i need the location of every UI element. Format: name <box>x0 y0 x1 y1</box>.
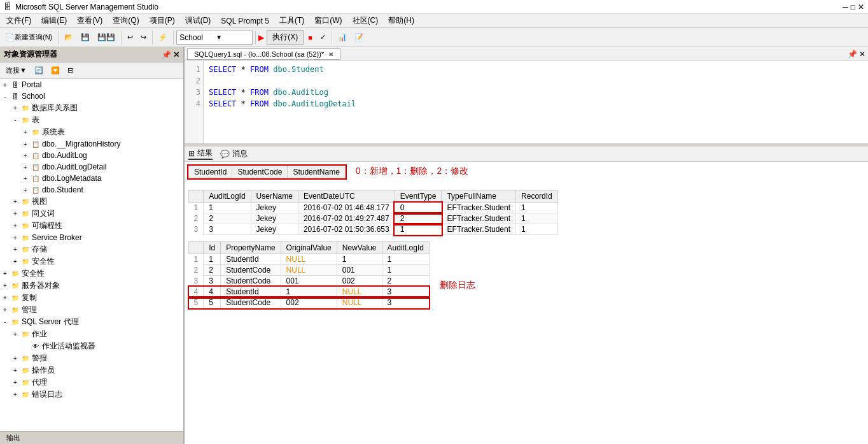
results-tab-message[interactable]: 💬 消息 <box>220 148 248 159</box>
undo-button[interactable]: ↩ <box>124 31 136 43</box>
open-button[interactable]: 📂 <box>61 31 76 43</box>
tree-expand-icon[interactable]: + <box>20 152 31 159</box>
tree-expand-icon[interactable]: + <box>10 391 20 398</box>
query-editor[interactable]: 1 2 3 4 SELECT * FROM dbo.Student SELECT… <box>185 61 868 144</box>
tree-item-replication[interactable]: + 📁 复制 <box>0 292 183 304</box>
col-rn <box>189 242 204 254</box>
tree-node-icon: 👁 <box>31 341 41 352</box>
execute-label: 执行(X) <box>272 32 298 43</box>
tree-expand-icon[interactable]: + <box>10 331 20 338</box>
tree-expand-icon[interactable]: + <box>10 234 20 241</box>
tree-expand-icon[interactable]: + <box>20 141 31 148</box>
tree-item-sqlagent[interactable]: - 📁 SQL Server 代理 <box>0 316 183 328</box>
tree-expand-icon[interactable]: + <box>20 187 31 194</box>
tree-item-jobs[interactable]: + 📁 作业 <box>0 328 183 340</box>
menu-query[interactable]: 查询(Q) <box>108 14 144 27</box>
toolbar-sep-6 <box>332 31 332 45</box>
close-btn[interactable]: ✕ <box>858 3 864 11</box>
tree-expand-icon[interactable]: + <box>0 82 10 89</box>
new-query-button[interactable]: 📄 新建查询(N) <box>3 31 55 44</box>
tree-item-logmeta[interactable]: + 📋 dbo.LogMetadata <box>0 173 183 184</box>
oe-collapse-btn[interactable]: ⊟ <box>64 64 76 76</box>
messages-button[interactable]: 📝 <box>351 31 367 43</box>
tree-expand-icon[interactable]: + <box>10 367 20 374</box>
tree-item-auditlogdetail[interactable]: + 📋 dbo.AuditLogDetail <box>0 161 183 173</box>
save-all-button[interactable]: 💾💾 <box>94 31 118 43</box>
tree-expand-icon[interactable]: + <box>0 294 10 301</box>
tree-item-operators[interactable]: + 📁 操作员 <box>0 364 183 376</box>
toolbar-sep-1 <box>58 31 59 45</box>
editor-line-4: SELECT * FROM dbo.AuditLogDetail <box>209 98 863 110</box>
tree-expand-icon[interactable]: + <box>0 282 10 289</box>
redo-button[interactable]: ↪ <box>137 31 150 43</box>
parse-button[interactable]: ✓ <box>317 31 329 43</box>
tab-close-icon[interactable]: ✕ <box>328 51 333 58</box>
tree-expand-icon[interactable]: + <box>10 104 20 111</box>
oe-connect-btn[interactable]: 连接▼ <box>3 64 30 77</box>
tree-item-student[interactable]: + 📋 dbo.Student <box>0 184 183 196</box>
menu-community[interactable]: 社区(C) <box>347 14 384 27</box>
menu-help[interactable]: 帮助(H) <box>383 14 419 27</box>
tree-expand-icon[interactable]: + <box>10 246 20 253</box>
oe-bottom-panel: 输出 <box>0 431 183 444</box>
execute-button[interactable]: 执行(X) <box>267 30 304 45</box>
oe-refresh-btn[interactable]: 🔄 <box>31 64 46 76</box>
tree-item-servicebroker[interactable]: + 📁 Service Broker <box>0 232 183 243</box>
menu-debug[interactable]: 调试(D) <box>180 14 216 27</box>
tree-item-security[interactable]: + 📁 安全性 <box>0 268 183 280</box>
tree-expand-icon[interactable]: + <box>10 222 20 229</box>
tree-expand-icon[interactable]: - <box>0 93 10 100</box>
tree-expand-icon[interactable]: + <box>10 355 20 362</box>
tree-item-jobmonitor[interactable]: 👁 作业活动监视器 <box>0 340 183 352</box>
tree-item-views[interactable]: + 📁 视图 <box>0 196 183 208</box>
tree-expand-icon[interactable]: - <box>10 117 20 124</box>
oe-tab-output[interactable]: 输出 <box>3 433 24 443</box>
connect-button[interactable]: ⚡ <box>155 31 171 43</box>
menu-view[interactable]: 查看(V) <box>72 14 108 27</box>
tree-expand-icon[interactable]: + <box>20 129 31 136</box>
tree-item-portal[interactable]: + 🗄 Portal <box>0 79 183 90</box>
tree-item-sys-tables[interactable]: + 📁 系统表 <box>0 126 183 138</box>
tree-item-alerts[interactable]: + 📁 警报 <box>0 352 183 364</box>
editor-content[interactable]: SELECT * FROM dbo.Student SELECT * FROM … <box>204 61 868 143</box>
tree-expand-icon[interactable]: - <box>0 319 10 326</box>
menu-window[interactable]: 窗口(W) <box>309 14 347 27</box>
results-button[interactable]: 📊 <box>335 31 350 43</box>
maximize-btn[interactable]: □ <box>851 3 855 11</box>
tree-expand-icon[interactable]: + <box>0 270 10 277</box>
tree-node-icon: 📋 <box>31 162 41 172</box>
tree-item-proxies[interactable]: + 📁 代理 <box>0 376 183 389</box>
tree-item-programmability[interactable]: + 📁 可编程性 <box>0 220 183 232</box>
tree-expand-icon[interactable]: + <box>20 164 31 171</box>
tree-expand-icon[interactable]: + <box>0 306 10 313</box>
menu-edit[interactable]: 编辑(E) <box>36 14 72 27</box>
tree-expand-icon[interactable]: + <box>10 198 20 205</box>
tree-item-migration[interactable]: + 📋 dbo.__MigrationHistory <box>0 138 183 150</box>
tree-item-dbdiagram[interactable]: + 📁 数据库关系图 <box>0 102 183 114</box>
tree-item-management[interactable]: + 📁 管理 <box>0 304 183 316</box>
stop-button[interactable]: ■ <box>305 32 316 43</box>
menu-file[interactable]: 文件(F) <box>1 14 36 27</box>
query-tab-item[interactable]: SQLQuery1.sql - (lo...08.School (sa (52)… <box>187 48 340 60</box>
tree-item-tables[interactable]: - 📁 表 <box>0 114 183 126</box>
tree-expand-icon[interactable]: + <box>20 175 31 182</box>
tree-item-errorlogs[interactable]: + 📁 错误日志 <box>0 389 183 401</box>
tree-expand-icon[interactable]: + <box>10 379 20 386</box>
menu-sqlprompt[interactable]: SQL Prompt 5 <box>216 15 274 27</box>
results-tab-result[interactable]: ⊞ 结果 <box>188 148 213 160</box>
tree-item-serverobj[interactable]: + 📁 服务器对象 <box>0 280 183 292</box>
tree-expand-icon[interactable]: + <box>10 210 20 217</box>
tree-expand-icon[interactable]: + <box>10 258 20 265</box>
save-button[interactable]: 💾 <box>78 31 93 43</box>
oe-filter-btn[interactable]: 🔽 <box>48 64 63 76</box>
tree-item-auditlog[interactable]: + 📋 dbo.AuditLog <box>0 150 183 161</box>
tree-item-synonyms[interactable]: + 📁 同义词 <box>0 208 183 220</box>
minimize-btn[interactable]: ─ <box>843 3 848 11</box>
menu-tools[interactable]: 工具(T) <box>274 14 309 27</box>
tree-node-label: 安全性 <box>22 268 45 279</box>
tree-item-security-db[interactable]: + 📁 安全性 <box>0 255 183 268</box>
database-dropdown[interactable]: School ▼ <box>176 31 253 45</box>
tree-item-storage[interactable]: + 📁 存储 <box>0 243 183 255</box>
tree-item-school[interactable]: - 🗄 School <box>0 90 183 102</box>
menu-project[interactable]: 项目(P) <box>144 14 180 27</box>
